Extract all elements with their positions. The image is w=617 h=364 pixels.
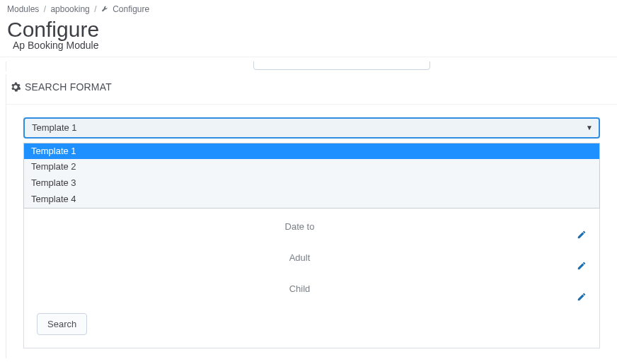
template-option-4[interactable]: Template 4 [24,192,599,208]
previous-date-format-row: Date Format Year/Month/Date [6,61,617,71]
date-format-label: Date Format [193,61,244,64]
breadcrumb-separator: / [94,4,96,14]
form-area: Date to Adult Chil [23,209,600,348]
divider [6,104,617,105]
breadcrumb-apbooking[interactable]: apbooking [50,4,89,14]
page-title: Configure [7,18,610,41]
cogs-icon [11,82,21,92]
page-header: Configure Ap Booking Module [0,18,617,57]
search-button[interactable]: Search [37,313,87,335]
search-button-row: Search [37,313,587,335]
template-option-2[interactable]: Template 2 [24,159,599,175]
pencil-icon[interactable] [577,230,587,240]
field-date-to-label: Date to [37,220,563,232]
chevron-down-icon: ▼ [586,124,593,131]
template-option-3[interactable]: Template 3 [24,175,599,192]
breadcrumb-current: Configure [101,4,149,14]
page-subtitle: Ap Booking Module [7,40,610,51]
date-format-select[interactable]: Year/Month/Date [253,61,430,70]
pencil-icon[interactable] [577,261,587,271]
search-format-panel: SEARCH FORMAT Template 1 ▼ Template 1 Te… [6,74,617,358]
field-adult-row: Adult [37,251,587,271]
field-child-row: Child [37,282,587,302]
template-select-value: Template 1 [32,122,77,133]
template-select[interactable]: Template 1 ▼ [23,117,600,139]
template-option-1[interactable]: Template 1 [24,143,599,160]
field-adult-label: Adult [37,251,563,263]
breadcrumb-separator: / [44,4,46,14]
breadcrumb-modules[interactable]: Modules [7,4,39,14]
wrench-icon [101,6,108,13]
field-child-label: Child [37,282,563,294]
panel-heading-text: SEARCH FORMAT [25,81,112,93]
panel-heading: SEARCH FORMAT [6,74,617,101]
breadcrumb: Modules / apbooking / Configure [0,0,617,18]
pencil-icon[interactable] [577,292,587,302]
field-date-to-row: Date to [37,220,587,240]
template-dropdown: Template 1 Template 2 Template 3 Templat… [23,143,600,209]
